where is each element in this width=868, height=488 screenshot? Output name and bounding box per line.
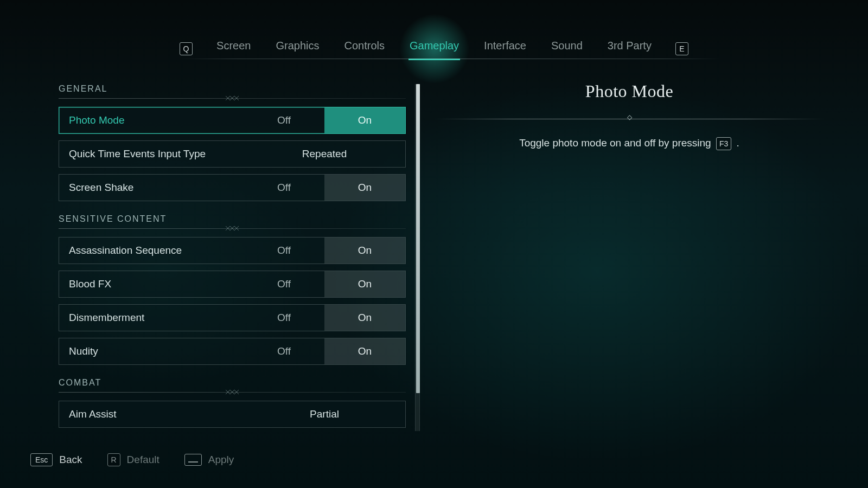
- setting-toggle[interactable]: OffOn: [244, 271, 405, 297]
- prev-tab-key-hint: Q: [180, 42, 193, 55]
- settings-scrollbar-thumb[interactable]: [416, 84, 420, 393]
- tab-gameplay[interactable]: Gameplay: [409, 37, 460, 60]
- setting-row-qte-input-type[interactable]: Quick Time Events Input TypeRepeated: [59, 140, 406, 168]
- apply-button[interactable]: Apply: [184, 454, 234, 466]
- section-divider: [59, 226, 406, 232]
- section-header-sensitive-content: SENSITIVE CONTENT: [59, 214, 406, 224]
- setting-label: Screen Shake: [59, 175, 244, 201]
- setting-toggle[interactable]: OffOn: [244, 107, 405, 133]
- setting-row-blood-fx[interactable]: Blood FXOffOn: [59, 271, 406, 298]
- toggle-option-on[interactable]: On: [324, 107, 405, 133]
- setting-label: Nudity: [59, 338, 244, 364]
- toggle-option-off[interactable]: Off: [244, 338, 324, 364]
- settings-tab-bar: Q ScreenGraphicsControlsGameplayInterfac…: [0, 38, 868, 60]
- tab-interface[interactable]: Interface: [483, 37, 527, 60]
- detail-desc-before: Toggle photo mode on and off by pressing: [519, 137, 711, 149]
- next-tab-key-hint: E: [675, 42, 688, 55]
- setting-detail-panel: Photo Mode Toggle photo mode on and off …: [434, 81, 825, 150]
- setting-toggle[interactable]: OffOn: [244, 305, 405, 331]
- back-key-hint: Esc: [30, 453, 53, 466]
- tab-3rd-party[interactable]: 3rd Party: [607, 37, 653, 60]
- apply-label: Apply: [208, 454, 234, 466]
- section-header-general: GENERAL: [59, 84, 406, 94]
- setting-row-nudity[interactable]: NudityOffOn: [59, 338, 406, 365]
- setting-value[interactable]: Repeated: [244, 141, 405, 167]
- tab-screen[interactable]: Screen: [215, 37, 252, 60]
- setting-row-assassination-sequence[interactable]: Assassination SequenceOffOn: [59, 237, 406, 264]
- setting-toggle[interactable]: OffOn: [244, 237, 405, 264]
- default-label: Default: [127, 454, 159, 466]
- settings-scrollbar-track[interactable]: [415, 84, 420, 431]
- setting-toggle[interactable]: OffOn: [244, 338, 405, 364]
- back-button[interactable]: Esc Back: [30, 453, 82, 466]
- setting-label: Dismemberment: [59, 305, 244, 331]
- detail-divider: [434, 117, 825, 122]
- settings-list: GENERALPhoto ModeOffOnQuick Time Events …: [59, 84, 406, 431]
- back-label: Back: [59, 454, 82, 466]
- tab-sound[interactable]: Sound: [550, 37, 584, 60]
- section-divider: [59, 96, 406, 101]
- setting-label: Quick Time Events Input Type: [59, 141, 244, 167]
- setting-label: Aim Assist: [59, 401, 244, 427]
- setting-row-dismemberment[interactable]: DismembermentOffOn: [59, 304, 406, 331]
- toggle-option-on[interactable]: On: [324, 237, 405, 264]
- setting-toggle[interactable]: OffOn: [244, 175, 405, 201]
- toggle-option-on[interactable]: On: [324, 305, 405, 331]
- default-button[interactable]: R Default: [107, 453, 159, 466]
- setting-detail-title: Photo Mode: [434, 81, 825, 101]
- apply-key-hint-space-icon: [184, 454, 202, 466]
- toggle-option-off[interactable]: Off: [244, 175, 324, 201]
- setting-label: Photo Mode: [59, 107, 244, 133]
- default-key-hint: R: [107, 453, 120, 466]
- setting-row-photo-mode[interactable]: Photo ModeOffOn: [59, 107, 406, 134]
- footer-actions: Esc Back R Default Apply: [30, 453, 234, 466]
- section-divider: [59, 390, 406, 395]
- toggle-option-on[interactable]: On: [324, 338, 405, 364]
- setting-detail-description: Toggle photo mode on and off by pressing…: [434, 137, 825, 150]
- setting-row-screen-shake[interactable]: Screen ShakeOffOn: [59, 174, 406, 201]
- toggle-option-off[interactable]: Off: [244, 107, 324, 133]
- setting-value[interactable]: Partial: [244, 401, 405, 427]
- tab-controls[interactable]: Controls: [343, 37, 385, 60]
- detail-desc-after: .: [737, 137, 739, 149]
- setting-label: Assassination Sequence: [59, 237, 244, 264]
- detail-key-hint: F3: [716, 137, 731, 150]
- tab-graphics[interactable]: Graphics: [275, 37, 320, 60]
- section-header-combat: COMBAT: [59, 378, 406, 388]
- toggle-option-off[interactable]: Off: [244, 305, 324, 331]
- setting-row-aim-assist[interactable]: Aim AssistPartial: [59, 401, 406, 428]
- setting-label: Blood FX: [59, 271, 244, 297]
- toggle-option-off[interactable]: Off: [244, 271, 324, 297]
- toggle-option-off[interactable]: Off: [244, 237, 324, 264]
- toggle-option-on[interactable]: On: [324, 175, 405, 201]
- toggle-option-on[interactable]: On: [324, 271, 405, 297]
